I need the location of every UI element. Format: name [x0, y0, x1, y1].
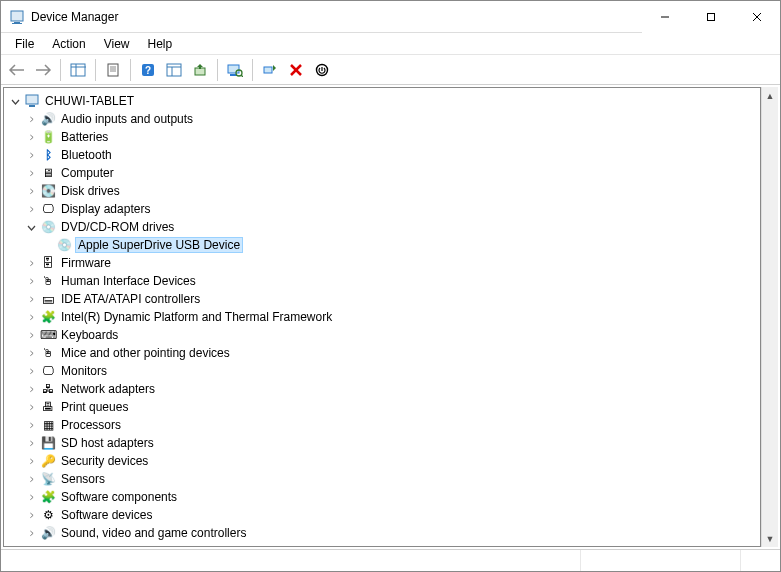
chevron-right-icon[interactable] — [26, 114, 36, 124]
chevron-right-icon[interactable] — [26, 420, 36, 430]
category-node[interactable]: 🖵Display adapters — [6, 200, 758, 218]
category-node[interactable]: 🔊Audio inputs and outputs — [6, 110, 758, 128]
chevron-right-icon[interactable] — [26, 168, 36, 178]
chevron-right-icon[interactable] — [26, 438, 36, 448]
help-button[interactable]: ? — [136, 58, 160, 82]
category-node[interactable]: 🖴IDE ATA/ATAPI controllers — [6, 290, 758, 308]
menu-file[interactable]: File — [7, 35, 42, 53]
back-button[interactable] — [5, 58, 29, 82]
category-icon: ᛒ — [40, 147, 56, 163]
menubar: File Action View Help — [1, 33, 780, 55]
svg-rect-24 — [264, 67, 272, 73]
menu-help[interactable]: Help — [140, 35, 181, 53]
category-label: Processors — [59, 418, 123, 432]
chevron-right-icon[interactable] — [26, 294, 36, 304]
category-icon: 🧩 — [40, 309, 56, 325]
close-button[interactable] — [734, 1, 780, 33]
show-hide-tree-button[interactable] — [66, 58, 90, 82]
category-label: Computer — [59, 166, 116, 180]
category-node[interactable]: 🖱Human Interface Devices — [6, 272, 758, 290]
chevron-right-icon[interactable] — [26, 528, 36, 538]
category-node[interactable]: 🔑Security devices — [6, 452, 758, 470]
toolbar-separator — [252, 59, 253, 81]
chevron-right-icon[interactable] — [26, 258, 36, 268]
chevron-right-icon[interactable] — [26, 312, 36, 322]
window-title: Device Manager — [31, 10, 118, 24]
category-node[interactable]: 🖥Computer — [6, 164, 758, 182]
minimize-button[interactable] — [642, 1, 688, 33]
svg-rect-10 — [108, 64, 118, 76]
root-node[interactable]: CHUWI-TABLET — [6, 92, 758, 110]
chevron-right-icon[interactable] — [26, 276, 36, 286]
category-label: Software devices — [59, 508, 154, 522]
chevron-right-icon[interactable] — [26, 132, 36, 142]
menu-action[interactable]: Action — [44, 35, 93, 53]
status-cell — [740, 550, 780, 571]
forward-button[interactable] — [31, 58, 55, 82]
chevron-right-icon[interactable] — [26, 150, 36, 160]
category-icon: 💿 — [40, 219, 56, 235]
category-node[interactable]: 🗄Firmware — [6, 254, 758, 272]
category-node[interactable]: 🖵Monitors — [6, 362, 758, 380]
device-manager-window: Device Manager File Action View Help ? — [0, 0, 781, 572]
category-node[interactable]: 🧩Software components — [6, 488, 758, 506]
category-icon: 📡 — [40, 471, 56, 487]
category-label: Software components — [59, 490, 179, 504]
category-node[interactable]: 🖶Print queues — [6, 398, 758, 416]
chevron-right-icon[interactable] — [26, 204, 36, 214]
chevron-right-icon[interactable] — [26, 402, 36, 412]
disable-device-button[interactable] — [310, 58, 334, 82]
chevron-right-icon[interactable] — [26, 348, 36, 358]
scroll-down-button[interactable]: ▼ — [762, 530, 779, 547]
category-icon: 🗄 — [40, 255, 56, 271]
chevron-right-icon[interactable] — [26, 186, 36, 196]
device-node[interactable]: 💿Apple SuperDrive USB Device — [6, 236, 758, 254]
category-icon: 💾 — [40, 435, 56, 451]
chevron-right-icon[interactable] — [26, 474, 36, 484]
update-driver-button[interactable] — [188, 58, 212, 82]
chevron-down-icon[interactable] — [8, 94, 22, 108]
category-node[interactable]: 💾SD host adapters — [6, 434, 758, 452]
category-node[interactable]: ⚙Software devices — [6, 506, 758, 524]
chevron-right-icon[interactable] — [26, 492, 36, 502]
category-node[interactable]: 🧩Intel(R) Dynamic Platform and Thermal F… — [6, 308, 758, 326]
svg-rect-20 — [228, 65, 239, 73]
properties-button[interactable] — [101, 58, 125, 82]
toolbar-separator — [95, 59, 96, 81]
category-node[interactable]: ᛒBluetooth — [6, 146, 758, 164]
chevron-right-icon[interactable] — [26, 330, 36, 340]
maximize-button[interactable] — [688, 1, 734, 33]
category-node[interactable]: 💿DVD/CD-ROM drives — [6, 218, 758, 236]
scroll-up-button[interactable]: ▲ — [762, 87, 779, 104]
category-node[interactable]: 📡Sensors — [6, 470, 758, 488]
menu-view[interactable]: View — [96, 35, 138, 53]
category-node[interactable]: 🔊Sound, video and game controllers — [6, 524, 758, 542]
category-node[interactable]: 💽Disk drives — [6, 182, 758, 200]
toolbar-separator — [217, 59, 218, 81]
category-icon: 🖱 — [40, 345, 56, 361]
scan-hardware-button[interactable] — [223, 58, 247, 82]
window-controls — [642, 1, 780, 33]
category-node[interactable]: ▦Processors — [6, 416, 758, 434]
category-icon: 🖧 — [40, 381, 56, 397]
category-label: Display adapters — [59, 202, 152, 216]
chevron-right-icon[interactable] — [26, 384, 36, 394]
chevron-right-icon[interactable] — [26, 456, 36, 466]
category-node[interactable]: 🖱Mice and other pointing devices — [6, 344, 758, 362]
category-node[interactable]: ⌨Keyboards — [6, 326, 758, 344]
svg-rect-29 — [29, 105, 35, 107]
enable-device-button[interactable] — [258, 58, 282, 82]
device-tree[interactable]: CHUWI-TABLET 🔊Audio inputs and outputs🔋B… — [3, 87, 761, 547]
category-node[interactable]: 🖧Network adapters — [6, 380, 758, 398]
chevron-right-icon[interactable] — [26, 510, 36, 520]
chevron-right-icon[interactable] — [26, 366, 36, 376]
vertical-scrollbar[interactable]: ▲ ▼ — [761, 87, 778, 547]
category-node[interactable]: 🔋Batteries — [6, 128, 758, 146]
toolbar-separator — [130, 59, 131, 81]
uninstall-device-button[interactable] — [284, 58, 308, 82]
category-icon: 🔑 — [40, 453, 56, 469]
category-label: Monitors — [59, 364, 109, 378]
action-button[interactable] — [162, 58, 186, 82]
chevron-down-icon[interactable] — [24, 220, 38, 234]
category-icon: 🖵 — [40, 363, 56, 379]
